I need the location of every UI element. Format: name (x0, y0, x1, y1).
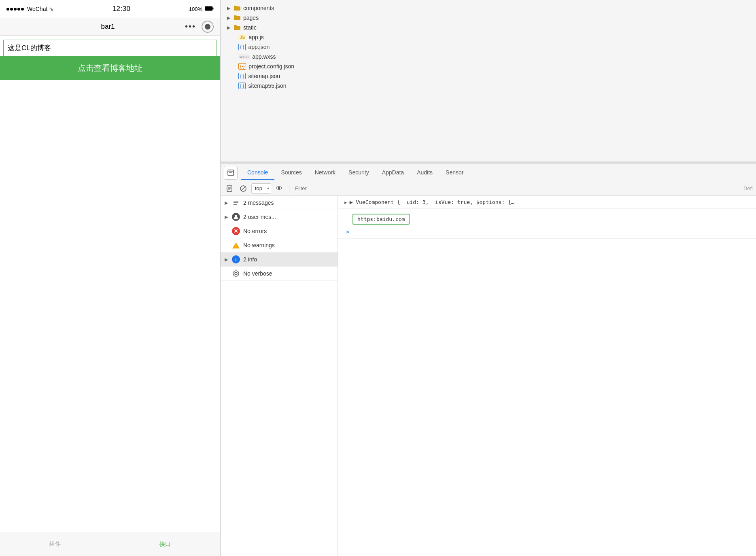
config-badge: {•} (238, 63, 246, 70)
tab-sources[interactable]: Sources (274, 166, 308, 180)
list-item-user-messages[interactable]: ▶ 2 user mes... (221, 210, 338, 224)
tree-arrow-pages: ▶ (227, 15, 231, 21)
file-tree: ▶ components ▶ pages ▶ (221, 0, 756, 162)
output-line-url: https:baidu.com > (338, 209, 756, 239)
app-content: 这是CL的博客 点击查看博客地址 (0, 36, 220, 532)
devtools-tabs: Console Sources Network Security AppData… (221, 164, 756, 181)
signal-dots (6, 8, 24, 11)
tree-item-sitemap55[interactable]: ▶ { } sitemap55.json (221, 81, 756, 91)
user-messages-icon (232, 213, 240, 221)
tree-label-components: components (243, 5, 274, 11)
tab-audits[interactable]: Audits (410, 166, 439, 180)
list-label-user-messages: 2 user mes... (243, 214, 276, 220)
svg-rect-2 (213, 7, 214, 9)
tab-appdata[interactable]: AppData (376, 166, 410, 180)
folder-icon-static (234, 24, 241, 31)
tree-item-appwxss[interactable]: ▶ wxss app.wxss (221, 52, 756, 62)
json-badge-sitemap: { } (238, 73, 246, 79)
messages-icon (232, 199, 240, 207)
signal-dot-2 (10, 8, 13, 11)
devtools-panel: ▶ components ▶ pages ▶ (221, 0, 756, 556)
tree-item-components[interactable]: ▶ components (221, 3, 756, 13)
carrier-label: WeChat (27, 6, 47, 12)
list-arrow-user-messages: ▶ (225, 214, 229, 220)
status-bar: WeChat ∿ 12:30 100% (0, 0, 220, 18)
signal-dot-5 (21, 8, 24, 11)
context-selector[interactable]: top ▾ (251, 183, 271, 194)
tree-item-appjson[interactable]: ▶ { } app.json (221, 42, 756, 52)
tree-label-sitemap55: sitemap55.json (248, 83, 286, 89)
tree-item-pages[interactable]: ▶ pages (221, 13, 756, 23)
list-item-warnings[interactable]: ▶ ! No warnings (221, 238, 338, 253)
console-list: ▶ 2 messages ▶ (221, 196, 338, 556)
vue-component-output: ▶ VueComponent { _uid: 3, _isVue: true, … (350, 199, 514, 205)
context-select-input[interactable]: top (251, 183, 271, 194)
list-item-messages[interactable]: ▶ 2 messages (221, 196, 338, 210)
json-badge-sitemap55: { } (238, 83, 246, 89)
filter-input[interactable] (293, 185, 741, 192)
eye-filter-button[interactable]: 👁 (274, 183, 285, 194)
tree-arrow-components: ▶ (227, 6, 231, 11)
page-title: bar1 (31, 23, 185, 31)
svg-line-11 (241, 186, 246, 191)
signal-dot-1 (6, 8, 9, 11)
output-expand-arrow[interactable]: ▶ (344, 200, 347, 205)
folder-icon-pages (234, 15, 241, 21)
list-label-warnings: No warnings (243, 242, 275, 248)
tab-sensor[interactable]: Sensor (439, 166, 470, 180)
clear-console-button[interactable] (224, 183, 235, 194)
tab-security[interactable]: Security (342, 166, 376, 180)
time-display: 12:30 (113, 5, 131, 13)
battery-percent: 100% (189, 6, 202, 12)
tree-label-appwxss: app.wxss (252, 53, 276, 60)
record-inner-dot (205, 24, 210, 30)
output-cursor: > (346, 229, 349, 235)
errors-icon: ✕ (232, 227, 240, 235)
record-button[interactable] (202, 21, 214, 33)
json-badge-app: { } (238, 44, 246, 50)
title-bar-controls: ••• (185, 21, 214, 33)
list-item-errors[interactable]: ▶ ✕ No errors (221, 224, 338, 238)
js-badge: JS (238, 34, 246, 40)
folder-icon-components (234, 5, 241, 11)
svg-rect-1 (205, 7, 212, 10)
toolbar-divider (289, 185, 289, 193)
list-item-info[interactable]: ▶ i 2 info (221, 253, 338, 267)
tree-item-appjs[interactable]: ▶ JS app.js (221, 32, 756, 42)
output-line-vue: ▶ ▶ VueComponent { _uid: 3, _isVue: true… (338, 196, 756, 209)
svg-point-20 (236, 274, 236, 274)
tree-item-projectconfig[interactable]: ▶ {•} project.config.json (221, 62, 756, 71)
phone-panel: WeChat ∿ 12:30 100% bar1 ••• (0, 0, 221, 556)
info-icon: i (232, 255, 240, 263)
tab-network[interactable]: Network (308, 166, 342, 180)
tree-item-static[interactable]: ▶ static (221, 23, 756, 32)
tree-label-sitemap: sitemap.json (248, 73, 280, 79)
nav-item-interface[interactable]: 接口 (110, 541, 220, 548)
phone-bottom-nav: 组件 接口 (0, 532, 220, 556)
warnings-icon: ! (232, 241, 240, 249)
app-title-bar: bar1 ••• (0, 18, 220, 36)
list-arrow-messages: ▶ (225, 200, 229, 206)
tab-console[interactable]: Console (241, 166, 274, 180)
console-toolbar: top ▾ 👁 Defi (221, 181, 756, 196)
svg-text:!: ! (235, 244, 236, 248)
tree-item-sitemap[interactable]: ▶ { } sitemap.json (221, 71, 756, 81)
blog-text-input[interactable]: 这是CL的博客 (3, 40, 217, 56)
view-blog-button[interactable]: 点击查看博客地址 (0, 56, 220, 80)
nav-item-components[interactable]: 组件 (0, 541, 110, 548)
tree-label-static: static (243, 24, 257, 31)
list-item-verbose[interactable]: ▶ No verbose (221, 267, 338, 281)
verbose-icon (232, 270, 240, 278)
status-right: 100% (189, 6, 214, 12)
list-label-messages: 2 messages (243, 199, 274, 206)
cursor-tool-button[interactable] (224, 166, 238, 180)
url-tooltip: https:baidu.com (353, 214, 410, 225)
console-output: ▶ ▶ VueComponent { _uid: 3, _isVue: true… (338, 196, 756, 556)
wxss-badge: wxss (238, 54, 250, 59)
block-button[interactable] (238, 183, 249, 194)
list-label-verbose: No verbose (243, 270, 272, 277)
tree-label-projectconfig: project.config.json (248, 63, 294, 70)
list-arrow-info: ▶ (225, 257, 229, 262)
console-area: ▶ 2 messages ▶ (221, 196, 756, 556)
more-options-button[interactable]: ••• (185, 22, 196, 31)
